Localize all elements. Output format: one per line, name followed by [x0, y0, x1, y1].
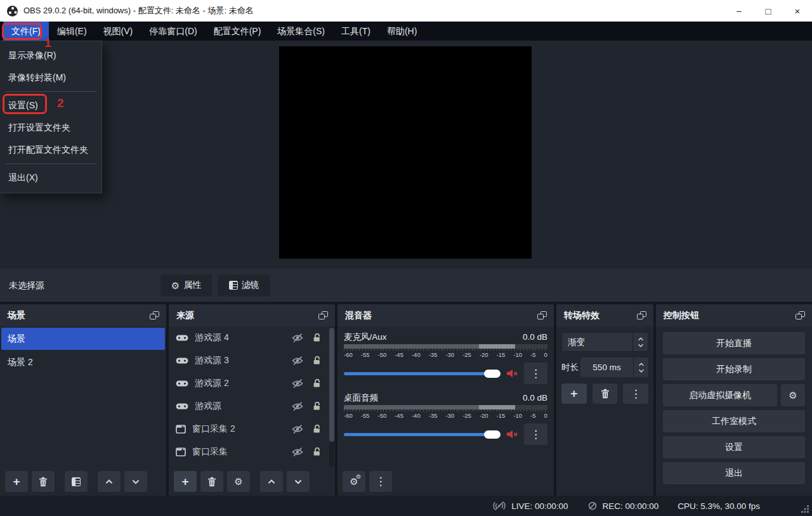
- spinner-arrows[interactable]: [633, 358, 648, 377]
- menu-item-remux[interactable]: 录像转封装(M): [0, 67, 102, 89]
- scene-move-down-button[interactable]: [124, 471, 147, 492]
- advanced-audio-button[interactable]: ⚙ ⚙: [343, 471, 365, 492]
- scenes-panel: 场景 场景 场景 2 +: [0, 304, 166, 496]
- scene-filters-button[interactable]: [65, 471, 88, 492]
- duration-label: 时长: [561, 362, 580, 373]
- exit-button[interactable]: 退出: [663, 462, 805, 484]
- eye-slash-icon[interactable]: [292, 355, 303, 366]
- annotation-box-file-menu: [2, 23, 42, 40]
- add-transition-button[interactable]: +: [561, 384, 587, 404]
- menubar-item[interactable]: 配置文件(P): [206, 22, 270, 41]
- lock-open-icon[interactable]: [312, 447, 322, 457]
- sources-scrollbar-thumb[interactable]: [329, 328, 334, 442]
- kebab-icon: ⋮: [530, 428, 541, 441]
- studio-mode-button[interactable]: 工作室模式: [663, 410, 805, 432]
- maximize-button[interactable]: □: [754, 0, 783, 22]
- close-button[interactable]: ×: [783, 0, 812, 22]
- eye-slash-icon[interactable]: [292, 423, 303, 435]
- transition-select[interactable]: 渐变: [561, 332, 648, 352]
- chevron-up-icon: [105, 479, 113, 484]
- sources-title: 来源: [176, 310, 194, 321]
- remove-transition-button[interactable]: [593, 384, 618, 404]
- source-row[interactable]: 游戏源 3: [169, 349, 335, 372]
- menubar-item[interactable]: 场景集合(S): [269, 22, 333, 41]
- scale-tick: -15: [497, 412, 506, 419]
- channel-options-button[interactable]: ⋮: [524, 363, 547, 384]
- select-arrows[interactable]: [632, 333, 648, 351]
- speaker-muted-icon[interactable]: [506, 429, 518, 439]
- menubar-item[interactable]: 帮助(H): [379, 22, 425, 41]
- add-scene-button[interactable]: +: [5, 471, 28, 492]
- transitions-panel: 转场特效 渐变 时长 550 ms: [556, 304, 653, 496]
- source-move-up-button[interactable]: [260, 471, 283, 492]
- source-label: 窗口采集: [192, 446, 292, 458]
- mixer-body: 麦克风/Aux 0.0 dB -60-55-50-45-40-35-30-25-…: [337, 326, 554, 467]
- window-capture-icon: [176, 448, 186, 456]
- menubar-item[interactable]: 视图(V): [95, 22, 141, 41]
- source-row[interactable]: 游戏源 2: [169, 372, 335, 395]
- remove-source-button[interactable]: [200, 471, 223, 492]
- preview-canvas[interactable]: [279, 46, 532, 259]
- filter-icon: [229, 281, 238, 290]
- trash-icon: [207, 477, 216, 487]
- gear-small-icon: ⚙: [356, 474, 361, 480]
- cpu-status: CPU: 5.3%, 30.00 fps: [678, 501, 760, 511]
- lock-open-icon[interactable]: [312, 333, 322, 343]
- scene-row[interactable]: 场景 2: [1, 351, 165, 373]
- menubar-item[interactable]: 停靠窗口(D): [141, 22, 205, 41]
- scenes-header: 场景: [0, 304, 166, 326]
- controls-body: 开始直播 开始录制 启动虚拟摄像机 ⚙ 工作室模式 设置 退出: [656, 326, 812, 496]
- start-virtual-camera-button[interactable]: 启动虚拟摄像机: [663, 384, 777, 406]
- resize-grip[interactable]: [801, 505, 809, 513]
- minimize-button[interactable]: −: [724, 0, 754, 22]
- lock-open-icon[interactable]: [312, 424, 322, 434]
- broadcast-off-icon: [492, 501, 506, 511]
- lock-open-icon[interactable]: [312, 378, 322, 389]
- transition-options-button[interactable]: ⋮: [623, 384, 648, 404]
- virtual-camera-settings-button[interactable]: ⚙: [781, 384, 805, 406]
- scale-tick: -40: [412, 412, 421, 419]
- source-row[interactable]: 窗口采集: [169, 441, 335, 463]
- properties-button[interactable]: ⚙ 属性: [160, 274, 212, 296]
- gamepad-icon: [176, 357, 188, 364]
- mixer-options-button[interactable]: ⋮: [369, 471, 392, 492]
- audio-mixer-panel: 混音器 麦克风/Aux 0.0 dB -60-55-50-45-40-35-30…: [337, 304, 554, 496]
- lock-open-icon[interactable]: [312, 401, 322, 411]
- settings-button[interactable]: 设置: [663, 436, 805, 458]
- menu-item-exit[interactable]: 退出(X): [0, 167, 102, 189]
- start-streaming-button[interactable]: 开始直播: [663, 332, 805, 354]
- slider-handle[interactable]: [484, 370, 501, 378]
- eye-slash-icon[interactable]: [292, 378, 303, 389]
- slider-handle[interactable]: [484, 430, 501, 439]
- volume-slider[interactable]: [344, 369, 501, 378]
- gear-icon: ⚙: [234, 477, 242, 486]
- start-recording-button[interactable]: 开始录制: [663, 358, 805, 380]
- menu-item-open-profile-folder[interactable]: 打开配置文件文件夹: [0, 139, 102, 161]
- lock-open-icon[interactable]: [312, 356, 322, 366]
- source-row[interactable]: 窗口采集 2: [169, 418, 335, 441]
- source-move-down-button[interactable]: [287, 471, 310, 492]
- source-row[interactable]: 游戏源: [169, 395, 335, 418]
- menubar-item[interactable]: 编辑(E): [49, 22, 95, 41]
- remove-scene-button[interactable]: [32, 471, 55, 492]
- source-properties-button[interactable]: ⚙: [227, 471, 250, 492]
- scale-tick: -45: [395, 351, 403, 358]
- controls-header: 控制按钮: [656, 304, 812, 326]
- channel-options-button[interactable]: ⋮: [524, 423, 547, 445]
- scene-move-up-button[interactable]: [98, 471, 121, 492]
- eye-slash-icon[interactable]: [292, 401, 303, 412]
- gear-icon: ⚙: [171, 281, 180, 290]
- eye-slash-icon[interactable]: [292, 332, 303, 344]
- menubar-item[interactable]: 工具(T): [333, 22, 379, 41]
- dock-area: 场景 场景 场景 2 +: [0, 304, 812, 496]
- menu-item-open-settings-folder[interactable]: 打开设置文件夹: [0, 117, 102, 139]
- eye-slash-icon[interactable]: [292, 446, 303, 458]
- speaker-muted-icon[interactable]: [506, 368, 518, 378]
- duration-spinbox[interactable]: 550 ms: [580, 358, 648, 377]
- scene-row[interactable]: 场景: [1, 328, 165, 350]
- source-row[interactable]: 游戏源 4: [169, 326, 335, 349]
- add-source-button[interactable]: +: [174, 471, 197, 492]
- volume-slider[interactable]: [344, 430, 501, 439]
- meter-tickmarks: [344, 349, 547, 351]
- filters-button[interactable]: 滤镜: [218, 274, 270, 296]
